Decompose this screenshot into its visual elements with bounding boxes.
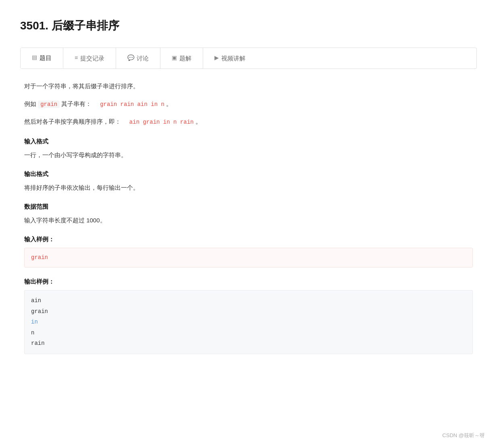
output-line-2: in: [31, 317, 466, 328]
output-format-heading: 输出格式: [24, 169, 473, 179]
data-range-desc: 输入字符串长度不超过 1000。: [24, 215, 473, 226]
tabs-bar: ▤题目≡提交记录💬讨论▣题解▶视频讲解: [20, 48, 477, 69]
output-format-desc: 将排好序的子串依次输出，每行输出一个。: [24, 183, 473, 193]
submissions-icon: ≡: [75, 53, 78, 63]
intro-text: 对于一个字符串，将其后缀子串进行排序。: [24, 83, 139, 89]
example-middle: 其子串有：: [61, 100, 91, 107]
output-line-4: rain: [31, 338, 466, 349]
content-section: 对于一个字符串，将其后缀子串进行排序。 例如 grain 其子串有： grain…: [20, 81, 477, 354]
example-word: grain: [38, 101, 60, 108]
tab-label-problem: 题目: [40, 53, 52, 63]
output-line-3: n: [31, 328, 466, 338]
intro-paragraph: 对于一个字符串，将其后缀子串进行排序。: [24, 81, 473, 91]
tab-label-submissions: 提交记录: [80, 53, 104, 64]
sort-paragraph: 然后对各子串按字典顺序排序，即： ain grain in n rain 。: [24, 116, 473, 127]
output-line-0: ain: [31, 295, 466, 306]
input-example-value: grain: [31, 254, 48, 261]
problem-icon: ▤: [32, 53, 37, 62]
sort-result: ain grain in n rain: [129, 119, 194, 125]
page-container: 3501. 后缀子串排序 ▤题目≡提交记录💬讨论▣题解▶视频讲解 对于一个字符串…: [0, 0, 497, 448]
example-suffixes: grain rain ain in n: [100, 101, 164, 108]
tab-discuss[interactable]: 💬讨论: [116, 48, 160, 69]
footer-note: CSDN @筱昕～呀: [442, 431, 485, 440]
tab-label-discuss: 讨论: [137, 53, 149, 64]
solution-icon: ▣: [172, 53, 177, 63]
tab-solution[interactable]: ▣题解: [160, 48, 203, 69]
tab-label-video: 视频讲解: [221, 53, 245, 64]
tab-label-solution: 题解: [179, 53, 191, 64]
output-example-heading: 输出样例：: [24, 276, 473, 287]
input-format-heading: 输入格式: [24, 136, 473, 147]
tab-submissions[interactable]: ≡提交记录: [63, 48, 116, 69]
input-format-desc: 一行，一个由小写字母构成的字符串。: [24, 150, 473, 160]
discuss-icon: 💬: [127, 53, 134, 63]
input-example-heading: 输入样例：: [24, 234, 473, 245]
video-icon: ▶: [214, 53, 219, 63]
example-period: 。: [166, 100, 172, 107]
page-title: 3501. 后缀子串排序: [20, 16, 477, 35]
tab-video[interactable]: ▶视频讲解: [203, 48, 257, 69]
example-paragraph: 例如 grain 其子串有： grain rain ain in n 。: [24, 99, 473, 110]
output-example-block: aingraininnrain: [24, 290, 473, 354]
input-example-block: grain: [24, 248, 473, 268]
sort-period: 。: [195, 118, 202, 125]
data-range-heading: 数据范围: [24, 201, 473, 212]
sort-prefix: 然后对各子串按字典顺序排序，即：: [24, 118, 121, 125]
tab-problem[interactable]: ▤题目: [21, 48, 63, 69]
example-prefix: 例如: [24, 100, 36, 107]
output-line-1: grain: [31, 306, 466, 317]
